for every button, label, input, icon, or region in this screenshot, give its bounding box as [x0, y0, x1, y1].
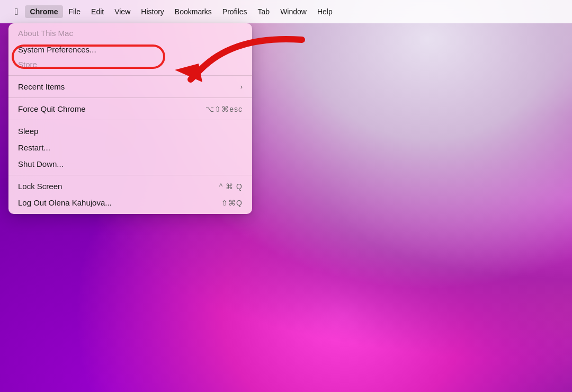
- separator-4: [8, 175, 252, 175]
- menubar-view[interactable]: View: [109, 5, 136, 18]
- restart-label: Restart...: [18, 143, 50, 152]
- system-preferences-label: System Preferences...: [18, 45, 96, 54]
- separator-1: [8, 75, 252, 76]
- shut-down-label: Shut Down...: [18, 159, 64, 168]
- menu-item-store[interactable]: Store: [8, 58, 252, 73]
- force-quit-shortcut: ⌥⇧⌘esc: [205, 105, 243, 113]
- menubar-chrome[interactable]: Chrome: [25, 5, 64, 18]
- menubar-bookmarks[interactable]: Bookmarks: [169, 5, 217, 18]
- menu-item-lock-screen[interactable]: Lock Screen ^ ⌘ Q: [8, 178, 252, 194]
- menu-item-recent-items[interactable]: Recent Items ›: [8, 78, 252, 95]
- menu-item-about[interactable]: About This Mac: [8, 26, 252, 41]
- separator-2: [8, 97, 252, 98]
- menu-item-restart[interactable]: Restart...: [8, 139, 252, 156]
- about-label: About This Mac: [18, 29, 73, 38]
- menu-item-log-out[interactable]: Log Out Olena Kahujova... ⇧⌘Q: [8, 194, 252, 211]
- recent-items-label: Recent Items: [18, 82, 65, 91]
- sleep-label: Sleep: [18, 127, 38, 136]
- menubar-profiles[interactable]: Profiles: [217, 5, 253, 18]
- lock-screen-shortcut: ^ ⌘ Q: [219, 182, 243, 191]
- menubar-history[interactable]: History: [136, 5, 169, 18]
- force-quit-label: Force Quit Chrome: [18, 104, 86, 113]
- menu-item-sleep[interactable]: Sleep: [8, 123, 252, 139]
- apple-menu-dropdown: About This Mac System Preferences... Sto…: [8, 23, 252, 214]
- menu-item-force-quit[interactable]: Force Quit Chrome ⌥⇧⌘esc: [8, 101, 252, 117]
- recent-items-chevron: ›: [240, 83, 243, 91]
- menubar-window[interactable]: Window: [275, 5, 312, 18]
- separator-3: [8, 120, 252, 120]
- menu-item-system-preferences[interactable]: System Preferences...: [8, 41, 252, 58]
- apple-menu-button[interactable]: : [8, 4, 25, 20]
- lock-screen-label: Lock Screen: [18, 182, 62, 191]
- menubar-edit[interactable]: Edit: [86, 5, 109, 18]
- menu-item-shut-down[interactable]: Shut Down...: [8, 156, 252, 172]
- menubar-file[interactable]: File: [63, 5, 86, 18]
- menubar-help[interactable]: Help: [312, 5, 338, 18]
- menubar-tab[interactable]: Tab: [253, 5, 275, 18]
- store-label: Store: [18, 60, 37, 69]
- log-out-shortcut: ⇧⌘Q: [221, 199, 243, 207]
- log-out-label: Log Out Olena Kahujova...: [18, 198, 112, 207]
- menubar:  Chrome File Edit View History Bookmark…: [0, 0, 572, 23]
